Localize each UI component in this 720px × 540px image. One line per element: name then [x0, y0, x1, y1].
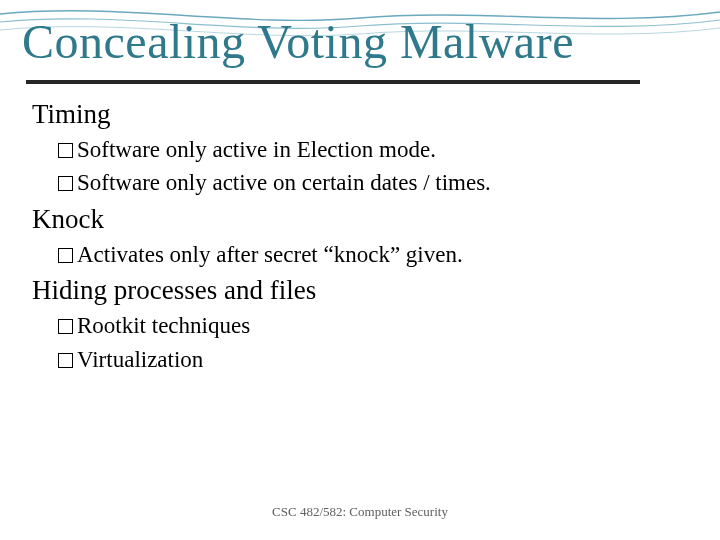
bullet-item: Software only active on certain dates / … — [58, 167, 690, 198]
section-heading: Knock — [32, 201, 690, 237]
section-heading: Timing — [32, 96, 690, 132]
square-bullet-icon — [58, 353, 73, 368]
square-bullet-icon — [58, 248, 73, 263]
square-bullet-icon — [58, 176, 73, 191]
square-bullet-icon — [58, 143, 73, 158]
section-heading: Hiding processes and files — [32, 272, 690, 308]
bullet-text: Activates only after secret “knock” give… — [77, 242, 463, 267]
bullet-text: Software only active on certain dates / … — [77, 170, 491, 195]
bullet-text: Rootkit techniques — [77, 313, 250, 338]
slide-body: Timing Software only active in Election … — [30, 94, 690, 377]
bullet-item: Virtualization — [58, 344, 690, 375]
bullet-item: Rootkit techniques — [58, 310, 690, 341]
slide: Concealing Voting Malware Timing Softwar… — [0, 0, 720, 540]
bullet-item: Activates only after secret “knock” give… — [58, 239, 690, 270]
bullet-text: Virtualization — [77, 347, 203, 372]
square-bullet-icon — [58, 319, 73, 334]
bullet-text: Software only active in Election mode. — [77, 137, 436, 162]
slide-footer: CSC 482/582: Computer Security — [0, 504, 720, 520]
bullet-item: Software only active in Election mode. — [58, 134, 690, 165]
title-underline — [26, 80, 640, 84]
slide-title: Concealing Voting Malware — [22, 14, 574, 69]
